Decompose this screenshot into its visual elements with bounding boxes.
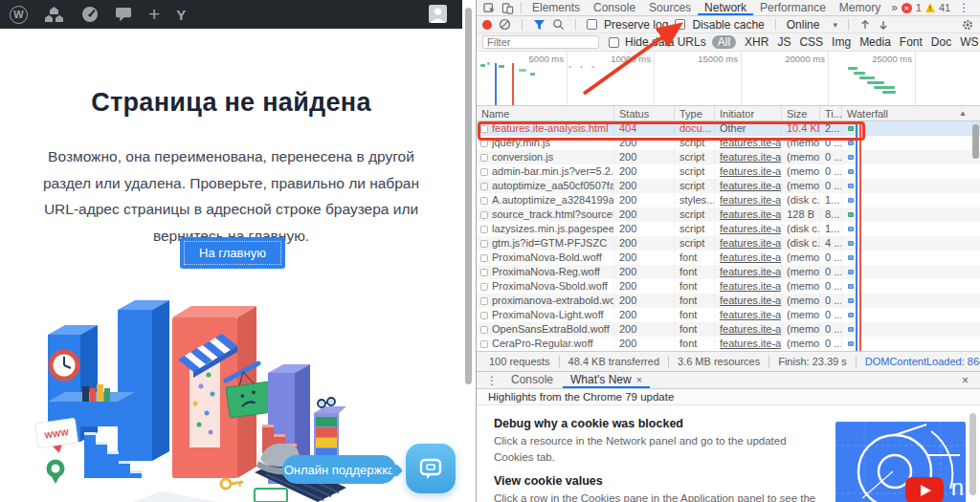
timeline-overview[interactable]: 5000 ms10000 ms15000 ms20000 ms25000 ms: [477, 52, 980, 106]
drawer-scrollbar[interactable]: [969, 413, 976, 495]
network-row[interactable]: features.ite-analysis.html 404 docu... O…: [477, 121, 980, 136]
clear-icon[interactable]: [499, 18, 511, 31]
devtools-tab[interactable]: Memory: [833, 0, 887, 15]
network-row[interactable]: conversion.js 200 script features.ite-a.…: [477, 150, 980, 164]
device-toolbar-icon[interactable]: [499, 2, 517, 14]
page-scrollbar[interactable]: [465, 8, 472, 384]
filter-chip[interactable]: JS: [777, 35, 791, 49]
filter-chip[interactable]: Font: [900, 35, 923, 49]
filter-chip[interactable]: Doc: [931, 35, 951, 49]
network-row[interactable]: proximanova-extrabold.woff 200 font feat…: [477, 294, 980, 308]
error-count[interactable]: 1: [916, 2, 922, 13]
summary-item: DOMContentLoaded: 864 ms: [857, 356, 980, 368]
close-tab-icon[interactable]: ×: [636, 372, 642, 388]
filter-chip[interactable]: Media: [859, 35, 891, 49]
comments-icon[interactable]: [116, 7, 132, 23]
column-header[interactable]: Type: [675, 106, 715, 121]
filter-chip[interactable]: WS: [960, 35, 978, 49]
warning-count[interactable]: 41: [939, 2, 950, 13]
inspect-icon[interactable]: [480, 2, 499, 14]
drawer-menu-icon[interactable]: ⋮: [482, 374, 501, 387]
filter-chip[interactable]: All: [712, 35, 736, 49]
column-header[interactable]: Ti...: [820, 106, 842, 121]
network-row[interactable]: admin-bar.min.js?ver=5.2.4 200 script fe…: [477, 164, 980, 179]
new-content-icon[interactable]: +: [148, 5, 160, 24]
disable-cache-checkbox[interactable]: [675, 19, 685, 30]
devtools-tab[interactable]: Console: [587, 0, 642, 15]
filter-chip[interactable]: XHR: [745, 35, 768, 49]
waterfall-bar: [848, 284, 854, 289]
hide-data-urls-checkbox[interactable]: [609, 37, 619, 48]
network-row[interactable]: ProximaNova-Reg.woff 200 font features.i…: [477, 265, 980, 279]
filter-chip[interactable]: Img: [832, 35, 851, 49]
chat-support-bubble[interactable]: Онлайн поддержка: [282, 455, 396, 484]
preserve-log-checkbox[interactable]: [587, 19, 597, 30]
row-checkbox-icon: [480, 312, 488, 319]
avatar[interactable]: [429, 5, 447, 23]
waterfall-bar: [848, 155, 854, 160]
video-thumbnail[interactable]: n: [835, 422, 966, 502]
settings-gear-icon[interactable]: [961, 18, 974, 32]
column-header[interactable]: Name: [477, 106, 614, 121]
network-row[interactable]: CeraPro-Regular.woff 200 font features.i…: [477, 337, 980, 351]
network-row[interactable]: OpenSansExtraBold.woff 200 font features…: [477, 322, 980, 337]
sort-asc-icon[interactable]: ▲: [959, 109, 967, 118]
network-row[interactable]: A.autoptimize_a3284199a88... 200 styles.…: [477, 193, 980, 207]
warning-badge-icon[interactable]: !: [925, 3, 935, 12]
row-checkbox-icon: [480, 125, 488, 133]
more-tabs-icon[interactable]: »: [887, 1, 902, 14]
network-row[interactable]: source_track.html?source=&... 200 script…: [477, 207, 980, 222]
dcl-event-line: [856, 121, 858, 351]
network-row[interactable]: ProximaNova-Light.woff 200 font features…: [477, 308, 980, 322]
error-badge-icon[interactable]: ×: [902, 3, 912, 13]
wordpress-logo-icon[interactable]: W: [10, 6, 28, 24]
network-row[interactable]: jquery.min.js 200 script features.ite-a.…: [477, 136, 980, 150]
dashboard-speedometer-icon[interactable]: [80, 5, 100, 24]
column-header[interactable]: Initiator: [715, 106, 782, 121]
devtools-tab[interactable]: Performance: [753, 0, 833, 15]
network-row[interactable]: gtm.js?id=GTM-PFJSZC 200 script features…: [477, 236, 980, 251]
network-row[interactable]: ProximaNova-Bold.woff 200 font features.…: [477, 251, 980, 265]
search-icon[interactable]: [552, 18, 565, 31]
chat-button[interactable]: [406, 444, 456, 493]
throttling-value: Online: [787, 18, 820, 32]
network-row[interactable]: autoptimize_aa50cf0507fa0b... 200 script…: [477, 179, 980, 193]
devtools-tab[interactable]: Sources: [642, 0, 698, 15]
network-summary-bar: 100 requests48.4 KB transferred3.6 MB re…: [477, 351, 980, 371]
record-icon[interactable]: [482, 20, 492, 30]
preserve-log-label: Preserve log: [604, 18, 668, 32]
export-har-icon[interactable]: [878, 19, 889, 31]
waterfall-bar: [848, 341, 854, 346]
drawer-close-icon[interactable]: ×: [956, 374, 974, 387]
waterfall-bar: [848, 241, 854, 246]
devtools-menu-icon[interactable]: ⋮: [954, 1, 973, 14]
home-button[interactable]: На главную: [180, 237, 285, 269]
network-row[interactable]: lazysizes.min.js.pagespeed.j... 200 scri…: [477, 222, 980, 236]
devtools-drawer: ⋮ Console What's New× × Highlights from …: [477, 371, 980, 502]
youtube-play-icon[interactable]: [905, 477, 944, 502]
news-item: View cookie values Click a row in the Co…: [494, 474, 821, 502]
my-sites-icon[interactable]: [44, 6, 64, 24]
drawer-tab-whats-new[interactable]: What's New×: [563, 372, 650, 388]
drawer-tab-console[interactable]: Console: [503, 372, 561, 388]
devtools-tab[interactable]: Network: [698, 0, 753, 15]
row-checkbox-icon: [480, 269, 488, 276]
divider: [521, 2, 522, 13]
waterfall-bar: [848, 270, 854, 274]
news-item-title[interactable]: Debug why a cookie was blocked: [494, 417, 821, 430]
news-item-title[interactable]: View cookie values: [494, 474, 821, 488]
row-checkbox-icon: [480, 168, 488, 176]
column-header[interactable]: Status: [614, 106, 675, 121]
yoast-seo-icon[interactable]: Y: [176, 7, 186, 23]
import-har-icon[interactable]: [859, 19, 871, 31]
filter-chip[interactable]: CSS: [799, 35, 823, 49]
column-header[interactable]: Size: [782, 106, 820, 121]
row-checkbox-icon: [480, 226, 488, 233]
load-event-line: [859, 121, 861, 351]
filter-funnel-icon[interactable]: [533, 19, 546, 31]
table-scrollbar[interactable]: [972, 124, 979, 159]
devtools-tab[interactable]: Elements: [525, 0, 587, 15]
filter-input[interactable]: [482, 35, 599, 49]
network-row[interactable]: ProximaNova-Sbold.woff 200 font features…: [477, 279, 980, 294]
throttling-dropdown[interactable]: Online ▾: [787, 18, 837, 32]
